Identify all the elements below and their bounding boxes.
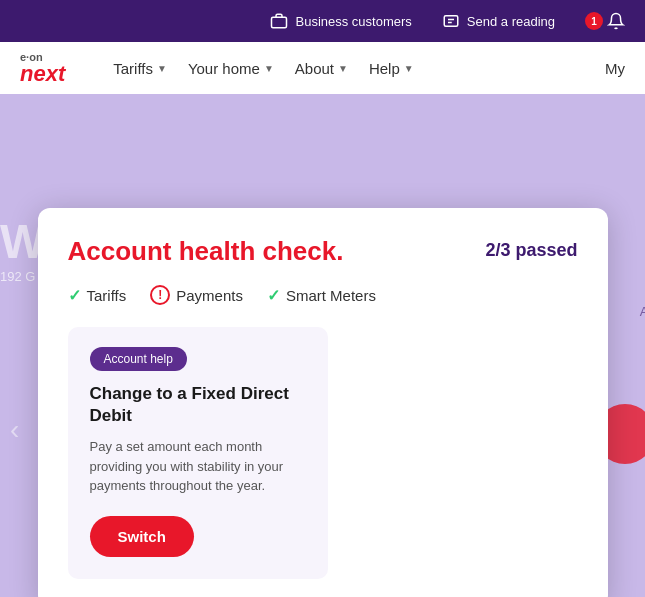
check-pass-icon: ✓ — [68, 286, 81, 305]
nav-my[interactable]: My — [605, 60, 625, 77]
chevron-down-icon: ▼ — [404, 63, 414, 74]
nav-items: Tariffs ▼ Your home ▼ About ▼ Help ▼ — [105, 42, 421, 94]
card-badge: Account help — [90, 347, 187, 371]
notification-group[interactable]: 1 — [585, 12, 625, 30]
send-reading-label: Send a reading — [467, 14, 555, 29]
send-reading-link[interactable]: Send a reading — [442, 12, 555, 30]
check-payments: ! Payments — [150, 285, 243, 305]
check-smart-meters-label: Smart Meters — [286, 287, 376, 304]
nav-your-home-label: Your home — [188, 60, 260, 77]
top-bar: Business customers Send a reading 1 — [0, 0, 645, 42]
chevron-down-icon: ▼ — [264, 63, 274, 74]
nav-item-about[interactable]: About ▼ — [287, 42, 356, 94]
logo[interactable]: e·on next — [20, 52, 65, 85]
chevron-down-icon: ▼ — [157, 63, 167, 74]
check-pass-icon: ✓ — [267, 286, 280, 305]
switch-button[interactable]: Switch — [90, 516, 194, 557]
modal-title: Account health check. — [68, 236, 344, 267]
card-description: Pay a set amount each month providing yo… — [90, 437, 306, 496]
nav-tariffs-label: Tariffs — [113, 60, 153, 77]
nav-item-tariffs[interactable]: Tariffs ▼ — [105, 42, 175, 94]
modal-checks: ✓ Tariffs ! Payments ✓ Smart Meters — [68, 285, 578, 305]
business-customers-link[interactable]: Business customers — [270, 12, 411, 30]
check-warn-icon: ! — [150, 285, 170, 305]
check-tariffs-label: Tariffs — [87, 287, 127, 304]
svg-rect-1 — [444, 16, 458, 27]
account-help-card: Account help Change to a Fixed Direct De… — [68, 327, 328, 579]
nav-item-help[interactable]: Help ▼ — [361, 42, 422, 94]
page-background: Wo 192 G Ac ‹ energy by Account health c… — [0, 94, 645, 597]
svg-rect-0 — [272, 17, 287, 28]
meter-icon — [442, 12, 460, 30]
nav-help-label: Help — [369, 60, 400, 77]
modal-header: Account health check. 2/3 passed — [68, 236, 578, 267]
check-payments-label: Payments — [176, 287, 243, 304]
modal-overlay: Account health check. 2/3 passed ✓ Tarif… — [0, 188, 645, 597]
chevron-down-icon: ▼ — [338, 63, 348, 74]
modal-passed: 2/3 passed — [485, 236, 577, 261]
briefcase-icon — [270, 12, 288, 30]
check-tariffs: ✓ Tariffs — [68, 286, 127, 305]
logo-next: next — [20, 63, 65, 85]
bell-icon — [607, 12, 625, 30]
nav-bar: e·on next Tariffs ▼ Your home ▼ About ▼ … — [0, 42, 645, 94]
business-customers-label: Business customers — [295, 14, 411, 29]
nav-item-your-home[interactable]: Your home ▼ — [180, 42, 282, 94]
card-title: Change to a Fixed Direct Debit — [90, 383, 306, 427]
health-check-modal: Account health check. 2/3 passed ✓ Tarif… — [38, 208, 608, 597]
check-smart-meters: ✓ Smart Meters — [267, 286, 376, 305]
notification-badge: 1 — [585, 12, 603, 30]
nav-about-label: About — [295, 60, 334, 77]
